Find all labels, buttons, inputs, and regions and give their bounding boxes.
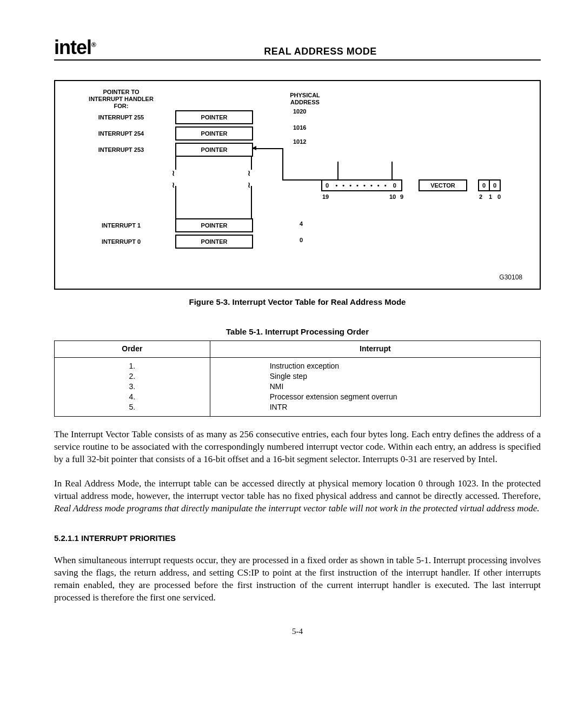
row-label: INTERRUPT 255 bbox=[89, 114, 154, 121]
row-label: INTERRUPT 1 bbox=[89, 222, 154, 229]
pointer-to-label: POINTER TO INTERRUPT HANDLER FOR: bbox=[83, 89, 159, 110]
figure-box: POINTER TO INTERRUPT HANDLER FOR: PHYSIC… bbox=[54, 80, 541, 290]
addr-label: 1012 bbox=[293, 138, 306, 145]
table-caption: Table 5-1. Interrupt Processing Order bbox=[54, 327, 541, 336]
page-number: 5-4 bbox=[54, 627, 541, 636]
small-right: 0 bbox=[490, 182, 500, 189]
addr-label: 1020 bbox=[293, 108, 306, 115]
bit-label: 9 bbox=[400, 193, 403, 200]
body-text: The Interrupt Vector Table consists of a… bbox=[54, 429, 541, 604]
table-row: 1. 2. 3. 4. 5. Instruction exception Sin… bbox=[55, 358, 541, 417]
p2-plain: In Real Address Mode, the interrupt tabl… bbox=[54, 478, 541, 501]
header-title: REAL ADDRESS MODE bbox=[100, 46, 541, 57]
bit-label: 2 bbox=[479, 193, 482, 200]
bit-label: 1 bbox=[489, 193, 492, 200]
interrupt-cell: Instruction exception bbox=[270, 361, 535, 371]
addr-label: 1016 bbox=[293, 124, 306, 131]
row-label: INTERRUPT 254 bbox=[89, 130, 154, 137]
th-order: Order bbox=[55, 341, 210, 358]
order-cell: 3. bbox=[60, 382, 204, 392]
dots-icon: • • • • • • • • bbox=[335, 182, 388, 189]
vector-small-box: 0 0 bbox=[478, 179, 501, 191]
pointer-box: POINTER bbox=[175, 110, 253, 124]
addr-label: 4 bbox=[300, 221, 303, 227]
pointer-box: POINTER bbox=[175, 126, 253, 141]
vector-zeros-box: 0 • • • • • • • • 0 bbox=[321, 179, 402, 191]
bit-label: 10 bbox=[389, 193, 396, 200]
row-label: INTERRUPT 0 bbox=[89, 238, 154, 245]
vec-right-zero: 0 bbox=[393, 182, 398, 189]
paragraph: The Interrupt Vector Table consists of a… bbox=[54, 429, 541, 466]
th-interrupt: Interrupt bbox=[210, 341, 540, 358]
interrupt-cell: Single step bbox=[270, 371, 535, 382]
figure-code: G30108 bbox=[499, 273, 522, 281]
physical-address-label: PHYSICAL ADDRESS bbox=[283, 92, 327, 106]
small-left: 0 bbox=[479, 182, 489, 189]
paragraph: When simultaneous interrupt requests occ… bbox=[54, 555, 541, 604]
intel-logo: intel® bbox=[54, 38, 96, 57]
order-cell: 4. bbox=[60, 392, 204, 402]
interrupt-order-table: Order Interrupt 1. 2. 3. 4. 5. Instructi… bbox=[54, 340, 541, 417]
page-header: intel® REAL ADDRESS MODE bbox=[54, 38, 541, 61]
interrupt-cell: NMI bbox=[270, 382, 535, 392]
interrupt-cell: Processor extension segment overrun bbox=[270, 392, 535, 402]
section-heading: 5.2.1.1 INTERRUPT PRIORITIES bbox=[54, 533, 541, 543]
p2-italic: Real Address mode programs that directly… bbox=[54, 503, 539, 513]
bit-label: 19 bbox=[322, 193, 329, 200]
paragraph: In Real Address Mode, the interrupt tabl… bbox=[54, 478, 541, 515]
addr-label: 0 bbox=[300, 237, 303, 243]
order-cell: 2. bbox=[60, 371, 204, 382]
pointer-box: POINTER bbox=[175, 143, 253, 157]
order-cell: 5. bbox=[60, 402, 204, 412]
pointer-box: POINTER bbox=[175, 235, 253, 249]
vec-left-zero: 0 bbox=[326, 182, 330, 189]
row-label: INTERRUPT 253 bbox=[89, 146, 154, 153]
interrupt-cell: INTR bbox=[270, 402, 535, 412]
order-cell: 1. bbox=[60, 361, 204, 371]
pointer-box: POINTER bbox=[175, 218, 253, 232]
figure-caption: Figure 5-3. Interrupt Vector Table for R… bbox=[54, 297, 541, 306]
bit-label: 0 bbox=[497, 193, 501, 200]
vector-label-box: VECTOR bbox=[419, 179, 467, 191]
